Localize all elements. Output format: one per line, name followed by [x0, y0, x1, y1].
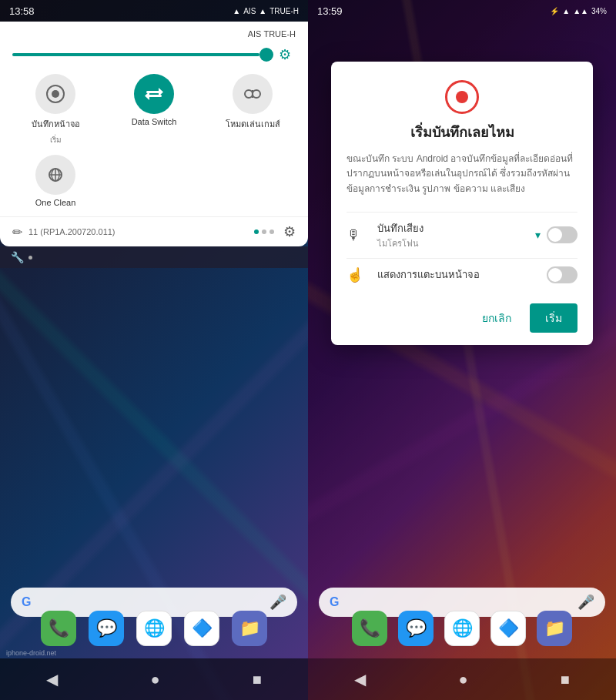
carrier1-label: AIS — [243, 7, 256, 15]
touch-option-text: แสดงการแตะบนหน้าจอ — [377, 266, 547, 283]
notif-dot — [28, 256, 32, 260]
recents-btn-left[interactable]: ■ — [253, 671, 262, 688]
signal-icon2-left: ▲ — [259, 7, 266, 15]
left-time: 13:58 — [9, 5, 35, 17]
status-bar-right: 13:59 ⚡ ▲ ▲▲ 34% — [308, 0, 616, 22]
page-dots — [254, 229, 274, 234]
record-dot — [456, 91, 468, 103]
touch-option-icon: ☝ — [346, 266, 368, 283]
dock-chrome-left[interactable]: 🌐 — [136, 611, 172, 646]
qs-top-row: AIS TRUE-H — [0, 22, 308, 43]
status-bar-left: 13:58 ▲ AIS ▲ TRUE-H — [0, 0, 308, 22]
brightness-row[interactable]: ⚙ — [0, 43, 308, 71]
version-label: 11 (RP1A.200720.011) — [28, 227, 116, 236]
svg-point-7 — [253, 90, 260, 98]
brightness-fill — [12, 53, 259, 56]
left-status-icons: ▲ AIS ▲ TRUE-H — [233, 7, 299, 15]
carrier2-label: TRUE-H — [270, 7, 299, 15]
qs-tiles-grid: บันทึกหน้าจอ เริ่ม Data Switch — [0, 71, 308, 216]
dialog-buttons: ยกเลิก เริ่ม — [346, 291, 578, 333]
right-status-icons: ⚡ ▲ ▲▲ 34% — [550, 7, 607, 15]
dot-1 — [254, 229, 259, 234]
dock-photos-right[interactable]: 🔷 — [490, 611, 526, 646]
touch-toggle[interactable] — [547, 266, 578, 283]
settings-gear-icon[interactable]: ⚙ — [279, 46, 296, 63]
audio-option-right: ▾ — [535, 226, 578, 243]
dock-photos-left[interactable]: 🔷 — [184, 611, 219, 646]
qs-carrier-row: AIS TRUE-H — [248, 29, 296, 39]
bluetooth-icon: ⚡ — [550, 7, 559, 15]
right-panel: 13:59 ⚡ ▲ ▲▲ 34% เริ่มบันทึกเลยไหม ขณะบั… — [308, 0, 616, 700]
qs-tile-screen-record[interactable]: บันทึกหน้าจอ เริ่ม — [12, 74, 99, 146]
notification-bar: 🔧 — [0, 246, 308, 268]
dialog-description: ขณะบันทึก ระบบ Android อาจบันทึกข้อมูลที… — [346, 152, 578, 196]
brightness-bar[interactable] — [12, 53, 273, 56]
dock-msg-right[interactable]: 💬 — [398, 611, 434, 646]
dock-phone-left[interactable]: 📞 — [41, 611, 76, 646]
left-nav-bar: ◀ ● ■ — [0, 658, 308, 700]
brightness-thumb — [259, 48, 273, 62]
edit-icon[interactable]: ✏ — [12, 225, 22, 239]
dialog-option-touch: ☝ แสดงการแตะบนหน้าจอ — [346, 258, 578, 291]
game-mode-icon — [233, 74, 273, 114]
dot-3 — [270, 229, 274, 234]
left-panel: 13:58 ▲ AIS ▲ TRUE-H AIS TRUE-H ⚙ — [0, 0, 308, 700]
qs-tile-data-switch[interactable]: Data Switch — [111, 74, 197, 146]
dock-chrome-right[interactable]: 🌐 — [444, 611, 480, 646]
right-nav-bar: ◀ ● ■ — [308, 658, 616, 700]
tile2-label: Data Switch — [132, 117, 177, 126]
start-button[interactable]: เริ่ม — [530, 303, 578, 333]
back-btn-right[interactable]: ◀ — [354, 670, 366, 688]
footer-gear-icon[interactable]: ⚙ — [283, 223, 296, 240]
dock-files-left[interactable]: 📁 — [232, 611, 267, 646]
signal-icon-left: ▲ — [233, 7, 240, 15]
tile1-sub: เริ่ม — [50, 134, 62, 146]
qs-tile-game-mode[interactable]: โหมดเล่นเกมส์ — [209, 74, 296, 146]
audio-toggle[interactable] — [547, 226, 578, 243]
qs-footer: ✏ 11 (RP1A.200720.011) ⚙ — [0, 216, 308, 246]
dialog-option-audio: 🎙 บันทึกเสียง ไมโครโฟน ▾ — [346, 212, 578, 258]
dock-files-right[interactable]: 📁 — [537, 611, 572, 646]
tile4-label: One Clean — [35, 198, 76, 207]
dock-phone-right[interactable]: 📞 — [352, 611, 387, 646]
touch-label: แสดงการแตะบนหน้าจอ — [377, 266, 547, 283]
svg-point-6 — [245, 90, 253, 98]
chevron-down-icon[interactable]: ▾ — [535, 229, 541, 241]
left-dock: 📞 💬 🌐 🔷 📁 — [0, 603, 308, 654]
battery-level: 34% — [591, 7, 607, 15]
touch-option-right — [547, 266, 578, 283]
watermark: iphone-droid.net — [6, 649, 56, 657]
carrier1-qs: AIS — [248, 29, 262, 39]
carrier2-qs: TRUE-H — [263, 29, 296, 39]
mic-option-icon: 🎙 — [346, 227, 368, 243]
dock-msg-left[interactable]: 💬 — [89, 611, 124, 646]
audio-option-text: บันทึกเสียง ไมโครโฟน — [377, 220, 535, 250]
recents-btn-right[interactable]: ■ — [561, 671, 570, 688]
back-btn-left[interactable]: ◀ — [46, 670, 58, 688]
tile3-label: โหมดเล่นเกมส์ — [226, 117, 280, 131]
audio-label: บันทึกเสียง — [377, 220, 535, 236]
tile1-label: บันทึกหน้าจอ — [32, 117, 80, 131]
signal-icon-right: ▲▲ — [573, 7, 588, 15]
notif-icon: 🔧 — [11, 251, 24, 263]
dialog-icon-wrap — [346, 80, 578, 114]
dialog-title: เริ่มบันทึกเลยไหม — [346, 123, 578, 142]
data-switch-icon — [134, 74, 174, 114]
svg-point-1 — [52, 90, 59, 98]
record-icon — [445, 80, 479, 114]
screen-record-icon — [35, 74, 75, 114]
right-dock: 📞 💬 🌐 🔷 📁 — [308, 603, 616, 654]
home-btn-left[interactable]: ● — [150, 671, 159, 688]
home-btn-right[interactable]: ● — [458, 671, 467, 688]
cancel-button[interactable]: ยกเลิก — [470, 303, 524, 333]
wifi-icon: ▲ — [562, 7, 570, 15]
dot-2 — [262, 229, 266, 234]
qs-tile-one-clean[interactable]: One Clean — [12, 155, 99, 207]
quick-settings-panel: AIS TRUE-H ⚙ บันทึกหน้าจอ เริ่ — [0, 22, 308, 246]
audio-sub: ไมโครโฟน — [377, 236, 535, 250]
right-time: 13:59 — [317, 5, 343, 17]
record-dialog: เริ่มบันทึกเลยไหม ขณะบันทึก ระบบ Android… — [331, 62, 593, 345]
one-clean-icon — [35, 155, 75, 195]
